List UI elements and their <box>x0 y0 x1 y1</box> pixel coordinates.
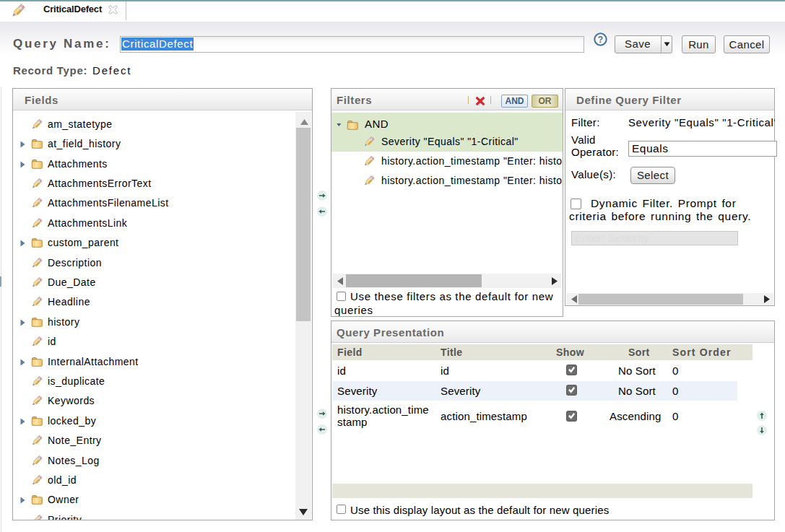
svg-text:?: ? <box>598 35 603 45</box>
